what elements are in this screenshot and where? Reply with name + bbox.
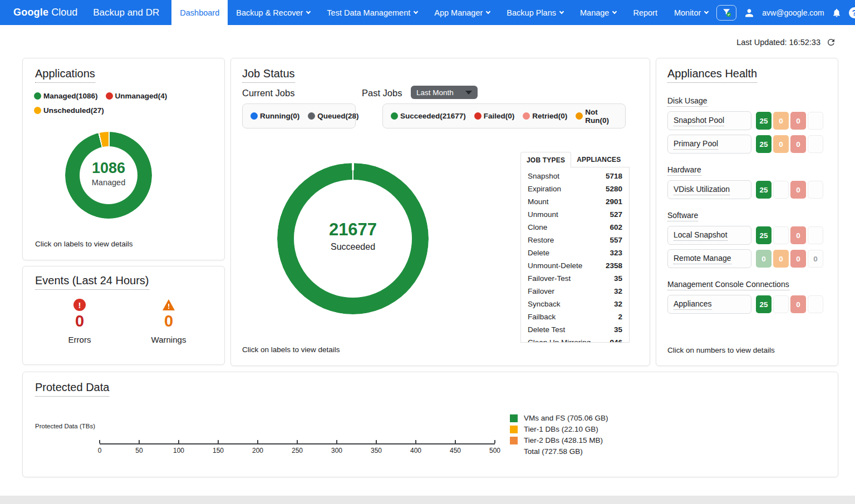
- table-row[interactable]: Failover-Test35: [521, 272, 629, 285]
- table-row[interactable]: Failback2: [521, 310, 629, 323]
- nav-item-test-data-management[interactable]: Test Data Management: [318, 0, 426, 25]
- health-badge[interactable]: [773, 181, 789, 199]
- tab-appliances[interactable]: APPLIANCES: [571, 152, 626, 167]
- warnings-block[interactable]: 0 Warnings: [135, 299, 202, 344]
- tick-mark: [494, 440, 495, 443]
- table-row[interactable]: Delete Test35: [521, 323, 629, 336]
- protected-data-x-axis: 0 50 100 150 200 250 300 350 400 450 500: [100, 440, 495, 459]
- health-metric-name[interactable]: Primary Pool: [667, 135, 751, 154]
- health-badge[interactable]: 0: [790, 226, 806, 244]
- table-row[interactable]: Expiration5280: [521, 182, 629, 195]
- nav-item-backup-and-recover[interactable]: Backup & Recover: [228, 0, 318, 25]
- legend-item-managed[interactable]: Managed(1086): [34, 92, 98, 100]
- legend-item-running[interactable]: Running(0): [250, 112, 299, 120]
- nav-item-backup-plans[interactable]: Backup Plans: [498, 0, 572, 25]
- legend-item-not-run[interactable]: Not Run(0): [576, 108, 617, 125]
- errors-count: 0: [46, 312, 113, 330]
- filter-funnel-button[interactable]: [716, 5, 736, 21]
- legend-item-succeeded[interactable]: Succeeded(21677): [391, 112, 466, 120]
- job-type-label: Failover: [528, 287, 554, 296]
- user-avatar-icon[interactable]: [744, 7, 755, 18]
- job-type-label: Delete Test: [528, 325, 565, 334]
- health-badge[interactable]: [808, 112, 823, 130]
- job-type-label: Syncback: [528, 300, 561, 309]
- tick-mark: [99, 440, 100, 443]
- nav-item-manage[interactable]: Manage: [572, 0, 625, 25]
- health-metric-name[interactable]: VDisk Utilization: [667, 180, 751, 199]
- health-badge[interactable]: [773, 295, 789, 313]
- health-badge[interactable]: 0: [790, 250, 806, 268]
- health-metric-name[interactable]: Appliances: [667, 295, 751, 314]
- tab-job-types[interactable]: JOB TYPES: [520, 152, 571, 167]
- health-badge[interactable]: 25: [756, 295, 772, 313]
- health-badge[interactable]: 25: [756, 135, 772, 153]
- tick-mark: [376, 440, 377, 443]
- health-badge[interactable]: [808, 295, 823, 313]
- health-badge[interactable]: 0: [790, 135, 806, 153]
- health-badge[interactable]: 0: [773, 135, 789, 153]
- table-row[interactable]: Snapshot5718: [521, 170, 629, 182]
- nav-item-label: Dashboard: [180, 8, 219, 17]
- health-metric-name[interactable]: Snapshot Pool: [667, 111, 751, 130]
- health-badge[interactable]: 25: [756, 181, 772, 199]
- legend-item-tier1-dbs[interactable]: Tier-1 DBs (22.10 GB): [510, 425, 608, 433]
- last-updated: Last Updated: 16:52:33: [736, 37, 836, 47]
- last-updated-text: Last Updated: 16:52:33: [736, 38, 820, 47]
- health-badge[interactable]: 0: [790, 181, 806, 199]
- table-row[interactable]: Clean Up Mirroring946: [521, 336, 629, 343]
- legend-item-unmanaged[interactable]: Unmanaged(4): [106, 92, 168, 100]
- health-badge[interactable]: [808, 226, 823, 244]
- applications-card: Applications Managed(1086) Unmanaged(4) …: [22, 58, 225, 260]
- health-badge[interactable]: [808, 181, 823, 199]
- health-badge[interactable]: 0: [773, 250, 789, 268]
- legend-item-unscheduled[interactable]: Unscheduled(27): [34, 106, 104, 115]
- managed-count-label: Managed: [65, 178, 152, 187]
- health-row-snapshot-pool: Snapshot Pool 25 0 0: [667, 111, 827, 130]
- job-type-count: 35: [614, 325, 622, 334]
- table-row[interactable]: Restore557: [521, 234, 629, 246]
- health-metric-name[interactable]: Remote Manage: [667, 249, 751, 268]
- top-nav: Google Cloud Backup and DR Dashboard Bac…: [0, 0, 855, 25]
- health-badge[interactable]: 25: [756, 226, 772, 244]
- health-metric-name[interactable]: Local Snapshot: [667, 226, 751, 245]
- chevron-down-icon: [414, 9, 418, 13]
- health-badge[interactable]: [808, 135, 823, 153]
- table-row[interactable]: Delete323: [521, 246, 629, 259]
- health-badge[interactable]: 0: [790, 295, 806, 313]
- table-row[interactable]: Unmount527: [521, 208, 629, 221]
- total-swatch-spacer: [510, 448, 518, 456]
- health-badge[interactable]: 0: [773, 112, 789, 130]
- past-jobs-period-dropdown[interactable]: Last Month: [411, 86, 478, 99]
- health-badge[interactable]: 0: [756, 250, 772, 268]
- user-email[interactable]: avw@google.com: [762, 8, 824, 17]
- refresh-icon[interactable]: [826, 37, 836, 47]
- help-icon[interactable]: ?: [849, 7, 855, 18]
- legend-item-retried[interactable]: Retried(0): [523, 112, 567, 120]
- legend-item-queued[interactable]: Queued(28): [308, 112, 358, 120]
- health-badge[interactable]: [773, 226, 789, 244]
- axis-ticks: 0 50 100 150 200 250 300 350 400 450 500: [100, 440, 495, 454]
- table-row[interactable]: Clone602: [521, 221, 629, 234]
- errors-block[interactable]: ! 0 Errors: [46, 299, 113, 344]
- table-row[interactable]: Syncback32: [521, 298, 629, 310]
- nav-item-monitor[interactable]: Monitor: [666, 0, 716, 25]
- legend-item-failed[interactable]: Failed(0): [474, 112, 515, 120]
- appliances-health-title: Appliances Health: [667, 67, 757, 83]
- health-badge[interactable]: 0: [790, 112, 806, 130]
- job-table-body: Snapshot5718 Expiration5280 Mount2901 Un…: [520, 167, 630, 343]
- nav-item-label: Manage: [580, 8, 609, 17]
- nav-item-dashboard[interactable]: Dashboard: [171, 0, 228, 25]
- table-row[interactable]: Unmount-Delete2358: [521, 259, 629, 272]
- nav-item-report[interactable]: Report: [625, 0, 666, 25]
- legend-item-tier2-dbs[interactable]: Tier-2 DBs (428.15 MB): [510, 436, 608, 444]
- health-badge[interactable]: 25: [756, 112, 772, 130]
- nav-item-app-manager[interactable]: App Manager: [426, 0, 498, 25]
- tick-mark: [139, 440, 140, 443]
- health-badge[interactable]: 0: [808, 250, 823, 268]
- table-row[interactable]: Mount2901: [521, 195, 629, 208]
- table-row[interactable]: Failover32: [521, 285, 629, 298]
- legend-item-vms-and-fs[interactable]: VMs and FS (705.06 GB): [510, 414, 608, 422]
- nav-menu: Dashboard Backup & Recover Test Data Man…: [171, 0, 716, 25]
- notifications-bell-icon[interactable]: [832, 8, 842, 18]
- error-icon: !: [73, 299, 86, 311]
